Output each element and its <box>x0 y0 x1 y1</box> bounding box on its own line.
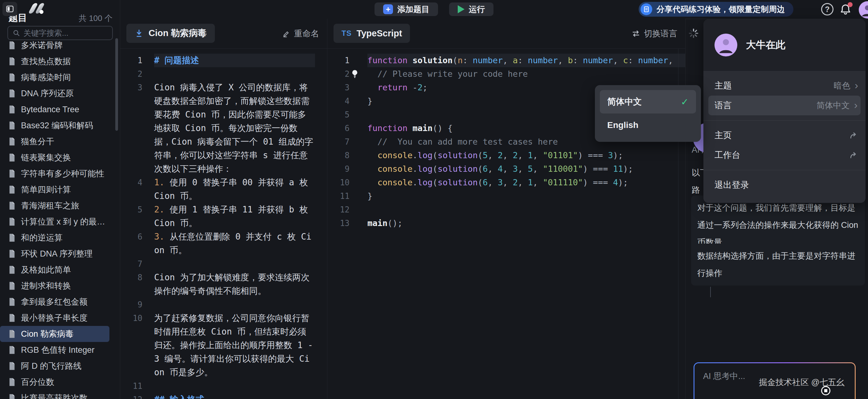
menu-item-home[interactable]: 主页 <box>704 125 866 145</box>
text-caret <box>710 287 711 297</box>
loading-spinner-icon <box>688 28 699 39</box>
list-item[interactable]: 字符串有多少种可能性 <box>0 165 110 182</box>
list-item[interactable]: 拿到最多红包金额 <box>0 294 110 310</box>
description-header: Cion 勒索病毒 重命名 <box>120 19 327 49</box>
list-item[interactable]: 链表聚集交换 <box>0 150 110 165</box>
lightbulb-icon[interactable] <box>349 69 360 79</box>
switch-language-button[interactable]: 切换语言 <box>631 28 677 39</box>
list-item[interactable]: 进制求和转换 <box>0 278 110 294</box>
list-item[interactable]: 查找热点数据 <box>0 53 110 69</box>
list-item[interactable]: DNA 序列还原 <box>0 85 110 101</box>
list-item-label: 及格如此简单 <box>21 264 71 275</box>
list-item-label: 查找热点数据 <box>21 56 71 67</box>
list-item[interactable]: 计算位置 x 到 y 的最少... <box>0 214 110 230</box>
list-item[interactable]: 简单四则计算 <box>0 182 110 198</box>
doc-line[interactable]: 2 <box>120 67 327 81</box>
list-item[interactable]: 及格如此简单 <box>0 262 110 278</box>
run-button[interactable]: 运行 <box>449 2 494 16</box>
file-icon <box>8 169 16 178</box>
doc-line[interactable]: 52. 使用 1 替换子串 11 并获得 b 枚 Cion 币。 <box>120 203 327 230</box>
file-icon <box>8 266 16 274</box>
add-problem-button[interactable]: + 添加题目 <box>374 2 438 16</box>
code-line[interactable]: 8 console.log(solution(5, 2, 2, 1, "0110… <box>327 149 685 162</box>
play-icon <box>458 5 465 13</box>
notifications-button[interactable] <box>839 3 852 16</box>
doc-line[interactable]: 10为了赶紧修复数据，公司同意你向银行暂时借用任意枚 Cion 币，但结束时必须… <box>120 311 327 379</box>
list-item[interactable]: 猫鱼分干 <box>0 133 110 150</box>
menu-item-theme[interactable]: 主题 暗色› <box>704 76 866 96</box>
notification-dot <box>848 2 852 7</box>
menu-item-logout[interactable]: 退出登录 <box>704 175 866 195</box>
problem-tab-title: Cion 勒索病毒 <box>149 27 207 39</box>
doc-line[interactable]: 7 <box>120 257 327 271</box>
help-button[interactable]: ? <box>821 3 834 16</box>
doc-line[interactable]: 9 <box>120 298 327 311</box>
code-line[interactable]: 13main(); <box>327 216 685 230</box>
promo-banner[interactable]: 分享代码练习体验，领限量定制周边 <box>639 2 794 17</box>
file-icon <box>8 378 16 386</box>
code-line[interactable]: 10 console.log(solution(6, 3, 2, 1, "011… <box>327 176 685 189</box>
list-item[interactable]: 比赛最高获胜次数 <box>0 390 110 399</box>
code-line[interactable]: 1function solution(n: number, a: number,… <box>327 54 685 67</box>
list-item[interactable]: Cion 勒索病毒 <box>0 326 110 342</box>
list-item[interactable]: 多米诺骨牌 <box>0 37 110 53</box>
language-label: 语言 <box>714 100 732 111</box>
list-item[interactable]: 百分位数 <box>0 374 110 390</box>
topbar-avatar[interactable] <box>859 1 868 19</box>
menu-item-language[interactable]: 语言 简体中文› <box>708 96 861 115</box>
line-number: 6 <box>120 230 150 244</box>
doc-line[interactable]: 63. 从任意位置删除 0 并支付 c 枚 Cion 币。 <box>120 230 327 257</box>
check-icon: ✓ <box>681 96 689 107</box>
list-item[interactable]: Base32 编码和解码 <box>0 118 110 133</box>
line-number: 7 <box>327 135 357 149</box>
code-line[interactable]: 9 console.log(solution(6, 4, 3, 5, "1100… <box>327 162 685 176</box>
file-icon <box>8 330 16 338</box>
menu-item-workspace[interactable]: 工作台 <box>704 145 866 165</box>
language-value: 简体中文 <box>816 100 850 111</box>
list-item[interactable]: Bytedance Tree <box>0 101 110 118</box>
list-item-label: 比赛最高获胜次数 <box>21 393 88 399</box>
language-option-en[interactable]: English <box>600 114 696 137</box>
theme-label: 主题 <box>714 80 732 92</box>
problem-tab[interactable]: Cion 勒索病毒 <box>126 24 215 43</box>
app-logo[interactable] <box>27 2 49 15</box>
line-number: 8 <box>120 271 150 284</box>
cursor-icon <box>821 386 830 395</box>
rename-button[interactable]: 重命名 <box>282 28 319 39</box>
user-avatar <box>714 34 737 56</box>
sidebar-toggle-button[interactable] <box>2 2 17 16</box>
file-icon <box>8 394 16 399</box>
list-item[interactable]: 病毒感染时间 <box>0 69 110 85</box>
doc-line-text: ## 输入格式 <box>154 393 315 399</box>
list-item[interactable]: 环状 DNA 序列整理 <box>0 246 110 262</box>
search-input[interactable] <box>24 29 123 38</box>
doc-line[interactable]: 12## 输入格式 <box>120 393 327 399</box>
doc-line-text: 3. 从任意位置删除 0 并支付 c 枚 Cion 币。 <box>154 230 315 257</box>
doc-line[interactable]: 11 <box>120 379 327 393</box>
code-line[interactable]: 12 <box>327 203 685 216</box>
plus-icon: + <box>383 4 393 14</box>
topbar-actions: + 添加题目 运行 <box>374 2 494 16</box>
code-line-text: console.log(solution(6, 4, 3, 5, "110001… <box>367 162 685 176</box>
sidebar-scrollbar[interactable] <box>115 38 118 131</box>
line-number: 1 <box>327 54 357 67</box>
code-line[interactable]: 11} <box>327 189 685 203</box>
workspace-label: 工作台 <box>714 149 740 161</box>
list-item-label: 环状 DNA 序列整理 <box>21 248 93 259</box>
line-number: 4 <box>120 176 150 189</box>
list-item[interactable]: 最小替换子串长度 <box>0 310 110 326</box>
line-number: 3 <box>120 81 150 94</box>
doc-line[interactable]: 1# 问题描述 <box>120 54 327 67</box>
file-icon <box>8 137 16 146</box>
code-line[interactable]: 2 // Please write your code here <box>327 67 685 81</box>
doc-line[interactable]: 8Cion 为了加大解锁难度，要求连续两次操作的编号奇偶性不能相同。 <box>120 271 327 298</box>
doc-line[interactable]: 3Cion 病毒入侵了 X 公司的数据库，将硬盘数据全部加密了，而解锁这些数据需… <box>120 81 327 176</box>
language-tab[interactable]: TS TypeScript <box>334 24 410 43</box>
list-item[interactable]: RGB 色值转 Integer <box>0 342 110 358</box>
list-item[interactable]: 和的逆运算 <box>0 230 110 246</box>
list-item[interactable]: 青海湖租车之旅 <box>0 198 110 214</box>
list-item[interactable]: 阿 D 的飞行路线 <box>0 358 110 374</box>
doc-line[interactable]: 41. 使用 0 替换子串 00 并获得 a 枚 Cion 币。 <box>120 176 327 203</box>
line-number: 7 <box>120 257 150 271</box>
language-option-zh[interactable]: 简体中文 ✓ <box>600 90 696 114</box>
